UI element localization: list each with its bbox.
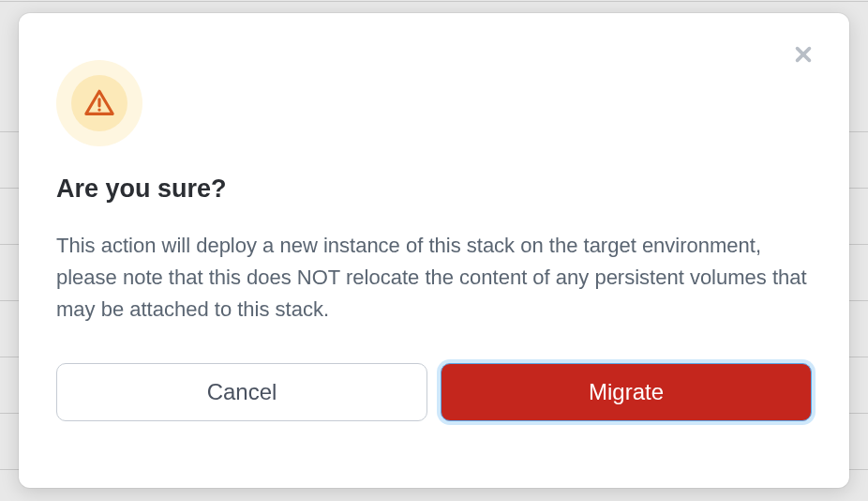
migrate-button[interactable]: Migrate	[441, 363, 812, 421]
warning-icon-inner	[71, 75, 127, 131]
warning-icon-container	[56, 60, 142, 146]
cancel-button[interactable]: Cancel	[56, 363, 427, 421]
modal-body-text: This action will deploy a new instance o…	[56, 230, 812, 326]
confirmation-modal: Are you sure? This action will deploy a …	[19, 13, 849, 488]
warning-triangle-icon	[83, 87, 115, 119]
close-button[interactable]	[790, 41, 816, 68]
close-icon	[793, 44, 814, 65]
modal-title: Are you sure?	[56, 175, 812, 204]
svg-point-1	[97, 108, 100, 111]
button-row: Cancel Migrate	[56, 363, 812, 421]
